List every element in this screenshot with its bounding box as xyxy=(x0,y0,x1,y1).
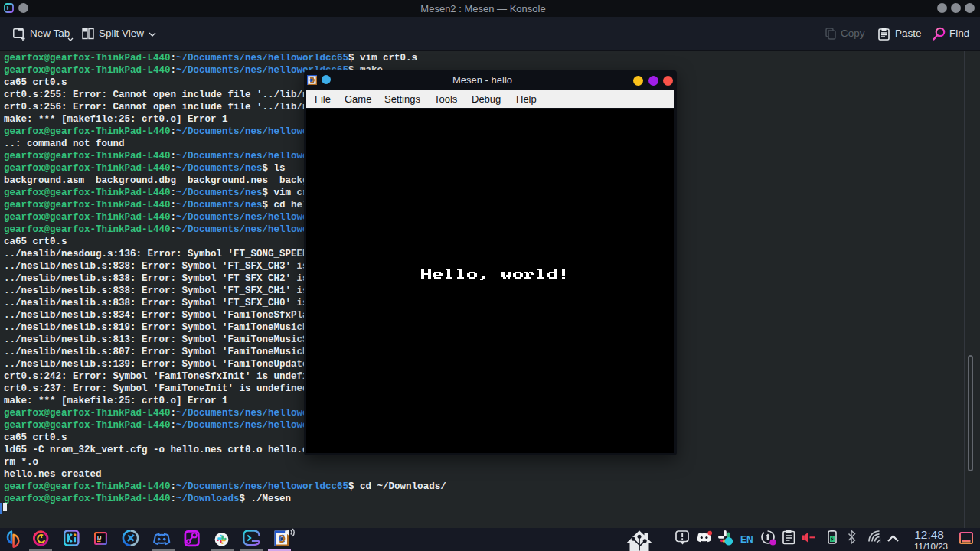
svg-text:12:48: 12:48 xyxy=(914,528,944,541)
svg-text:IJ: IJ xyxy=(97,535,102,540)
svg-text:EN: EN xyxy=(740,534,753,545)
svg-text:11/10/23: 11/10/23 xyxy=(914,542,948,551)
